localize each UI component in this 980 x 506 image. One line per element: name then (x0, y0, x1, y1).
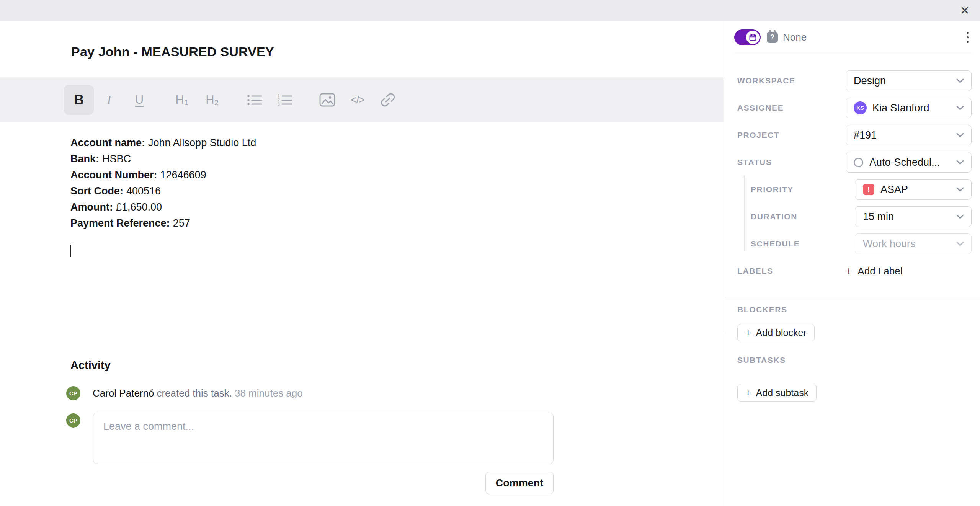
top-bar: ✕ (0, 0, 980, 21)
comment-input[interactable] (93, 413, 554, 464)
duration-select[interactable]: 15 min (855, 206, 972, 227)
chevron-down-icon (956, 214, 964, 219)
task-title-input[interactable]: Pay John - MEASURED SURVEY (71, 44, 274, 59)
field-assignee: ASSIGNEE KS Kia Stanford (737, 98, 972, 118)
chevron-down-icon (956, 105, 964, 111)
activity-heading: Activity (70, 359, 111, 372)
code-block-icon[interactable]: </> (343, 85, 372, 115)
svg-text:2: 2 (278, 98, 280, 102)
field-label: SCHEDULE (737, 239, 800, 248)
underline-button[interactable]: U (124, 85, 154, 115)
schedule-value[interactable]: None (783, 31, 807, 43)
plus-icon: + (745, 388, 751, 398)
field-label: DURATION (737, 212, 797, 221)
plus-icon: + (745, 328, 751, 338)
field-priority: PRIORITY ! ASAP (737, 179, 972, 200)
field-project: PROJECT #191 (737, 125, 972, 145)
auto-schedule-toggle[interactable] (734, 29, 761, 45)
field-status: STATUS Auto-Schedul... (737, 152, 972, 173)
subtasks-heading: SUBTASKS (737, 356, 972, 365)
event-action: created this task. (157, 387, 232, 399)
field-label: PRIORITY (737, 185, 794, 194)
field-label: WORKSPACE (737, 76, 795, 85)
more-options-icon[interactable] (964, 29, 972, 46)
note-editor[interactable]: Account name:John Allsopp Studio Ltd Ban… (70, 135, 256, 231)
note-line: Account name:John Allsopp Studio Ltd (70, 135, 256, 151)
svg-text:1: 1 (278, 94, 280, 98)
chevron-down-icon (956, 160, 964, 165)
text-cursor (70, 245, 71, 257)
task-detail-modal: ✕ Pay John - MEASURED SURVEY B I U H1 H2 (0, 0, 980, 506)
status-select[interactable]: Auto-Schedul... (846, 152, 972, 173)
insert-image-icon[interactable] (312, 85, 342, 115)
field-label: STATUS (737, 158, 772, 167)
activity-event: CP Carol Paternócreated this task.38 min… (66, 386, 303, 400)
plus-icon: + (846, 266, 852, 276)
schedule-select[interactable]: Work hours (855, 233, 972, 254)
bullet-list-icon[interactable] (240, 85, 270, 115)
main-panel: Pay John - MEASURED SURVEY B I U H1 H2 (0, 21, 724, 506)
numbered-list-icon[interactable]: 1 2 3 (270, 85, 300, 115)
priority-asap-icon: ! (863, 184, 874, 195)
section-divider (724, 297, 980, 297)
close-icon[interactable]: ✕ (956, 2, 973, 19)
toggle-knob (746, 31, 760, 44)
chevron-down-icon (956, 187, 964, 192)
project-select[interactable]: #191 (846, 125, 972, 145)
note-line: Payment Reference:257 (70, 215, 256, 231)
avatar: CP (66, 386, 80, 400)
field-labels: LABELS + Add Label (737, 261, 972, 281)
formatting-toolbar: B I U H1 H2 1 2 3 (0, 77, 724, 122)
workspace-select[interactable]: Design (846, 70, 972, 91)
event-timestamp: 38 minutes ago (235, 387, 303, 399)
note-line: Sort Code:400516 (70, 183, 256, 199)
field-label: LABELS (737, 266, 773, 276)
chevron-down-icon (956, 78, 964, 83)
section-divider (0, 333, 724, 333)
field-label: ASSIGNEE (737, 103, 784, 113)
field-workspace: WORKSPACE Design (737, 70, 972, 91)
comment-submit-button[interactable]: Comment (485, 472, 554, 494)
field-list: WORKSPACE Design ASSIGNEE KS Kia Stanfor… (737, 70, 972, 281)
svg-text:3: 3 (278, 102, 280, 106)
field-duration: DURATION 15 min (737, 206, 972, 227)
chevron-down-icon (956, 241, 964, 246)
heading1-button[interactable]: H1 (167, 85, 197, 115)
note-line: Amount:£1,650.00 (70, 199, 256, 215)
note-line: Account Number:12646609 (70, 167, 256, 183)
event-actor: Carol Paternó (93, 387, 154, 399)
field-schedule: SCHEDULE Work hours (737, 233, 972, 254)
blockers-heading: BLOCKERS (737, 305, 972, 314)
add-label-button[interactable]: + Add Label (846, 265, 972, 277)
schedule-question-icon: ? (767, 32, 778, 43)
avatar: CP (66, 413, 80, 428)
sidebar-header: ? None (734, 21, 972, 53)
avatar: KS (854, 101, 867, 114)
chevron-down-icon (956, 132, 964, 138)
priority-select[interactable]: ! ASAP (855, 179, 972, 200)
field-label: PROJECT (737, 131, 779, 140)
assignee-select[interactable]: KS Kia Stanford (846, 98, 972, 118)
status-subfields: PRIORITY ! ASAP DURATION 15 min (737, 179, 972, 254)
bold-button[interactable]: B (64, 85, 94, 115)
italic-button[interactable]: I (94, 85, 124, 115)
status-circle-icon (854, 158, 863, 167)
heading2-button[interactable]: H2 (197, 85, 227, 115)
link-icon[interactable] (373, 85, 403, 115)
add-subtask-button[interactable]: + Add subtask (737, 384, 817, 402)
properties-sidebar: ? None WORKSPACE Design ASSIGNEE KS Kia … (724, 21, 980, 506)
note-line: Bank:HSBC (70, 151, 256, 167)
add-blocker-button[interactable]: + Add blocker (737, 324, 815, 341)
